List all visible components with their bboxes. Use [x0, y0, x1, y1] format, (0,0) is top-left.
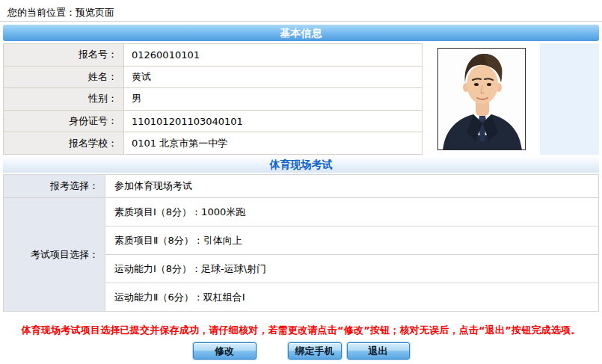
exam-item-ability-2: 运动能力Ⅱ（6分）：双杠组合Ⅰ [105, 283, 599, 312]
field-value-idnumber: 110101201103040101 [124, 110, 423, 132]
breadcrumb-text: 您的当前位置：预览页面 [7, 7, 114, 18]
field-label-name: 姓名： [4, 66, 124, 88]
basic-info-section: 报名号： 01260010101 姓名： 黄试 性别： 男 身份证号： 1101… [3, 43, 599, 155]
exam-item-ability-1: 运动能力Ⅰ（8分）：足球-运球\射门 [105, 255, 599, 283]
field-value-regno: 01260010101 [124, 44, 423, 67]
button-row: 修改 绑定手机 退出 [3, 342, 599, 360]
photo-panel-background [540, 43, 599, 155]
exit-button[interactable]: 退出 [347, 342, 410, 360]
photo-cell [423, 43, 540, 155]
table-row: 考试项目选择： 素质项目Ⅰ（8分）：1000米跑 [4, 198, 599, 226]
table-row: 报名学校： 0101 北京市第一中学 [4, 132, 423, 155]
table-row: 报名号： 01260010101 [4, 44, 423, 67]
id-photo [437, 48, 526, 150]
exam-item-quality-2: 素质项目Ⅱ（8分）：引体向上 [105, 226, 599, 255]
field-value-exam-choice: 参加体育现场考试 [105, 175, 599, 198]
bind-phone-button[interactable]: 绑定手机 [288, 342, 342, 360]
exam-item-quality-1: 素质项目Ⅰ（8分）：1000米跑 [105, 198, 599, 226]
field-label-exam-choice: 报考选择： [4, 175, 105, 198]
field-label-idnumber: 身份证号： [4, 110, 124, 132]
section-header-pe-exam: 体育现场考试 [3, 157, 599, 173]
submit-success-notice: 体育现场考试项目选择已提交并保存成功，请仔细核对，若需更改请点击“修改”按钮；核… [3, 324, 599, 337]
field-label-regno: 报名号： [4, 44, 124, 67]
content-area: 基本信息 报名号： 01260010101 姓名： 黄试 性别： 男 身份证号：… [0, 25, 602, 360]
section-header-basic-info: 基本信息 [3, 25, 599, 41]
table-row: 性别： 男 [4, 88, 423, 111]
basic-info-table: 报名号： 01260010101 姓名： 黄试 性别： 男 身份证号： 1101… [3, 43, 423, 155]
table-row: 身份证号： 110101201103040101 [4, 110, 423, 132]
table-row: 报考选择： 参加体育现场考试 [4, 175, 599, 198]
field-value-name: 黄试 [124, 66, 423, 88]
field-value-school: 0101 北京市第一中学 [124, 132, 423, 155]
field-label-exam-items: 考试项目选择： [4, 198, 105, 312]
modify-button[interactable]: 修改 [193, 342, 257, 360]
pe-exam-table: 报考选择： 参加体育现场考试 考试项目选择： 素质项目Ⅰ（8分）：1000米跑 … [3, 174, 599, 312]
breadcrumb: 您的当前位置：预览页面 [0, 0, 602, 22]
field-label-gender: 性别： [4, 88, 124, 111]
field-value-gender: 男 [124, 88, 423, 111]
field-label-school: 报名学校： [4, 132, 124, 155]
preview-page: 您的当前位置：预览页面 基本信息 报名号： 01260010101 姓名： 黄试… [0, 0, 602, 364]
table-row: 姓名： 黄试 [4, 66, 423, 88]
